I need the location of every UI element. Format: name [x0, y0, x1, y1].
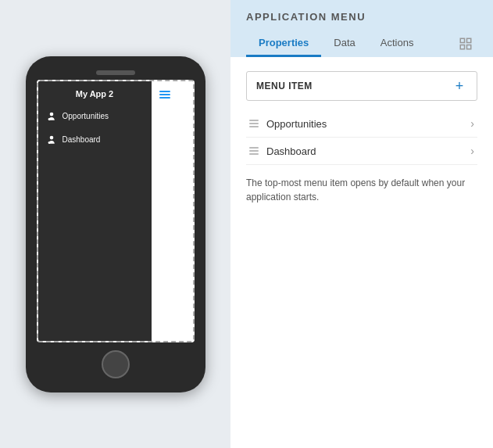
panel-icon-button[interactable] — [454, 33, 477, 55]
svg-rect-7 — [467, 45, 471, 49]
panel-body: MENU ITEM + Opportunities › Dashboard › … — [230, 57, 493, 448]
tab-data[interactable]: Data — [321, 30, 367, 57]
tab-properties[interactable]: Properties — [246, 30, 321, 57]
right-panel: APPLICATION MENU Properties Data Actions… — [230, 0, 493, 448]
phone-mockup-panel: My App 2 Opportunities Dashboar — [0, 0, 230, 448]
svg-point-3 — [48, 142, 50, 144]
drag-handle-0[interactable] — [249, 120, 259, 127]
menu-list-item-0[interactable]: Opportunities › — [246, 110, 477, 138]
svg-rect-4 — [460, 38, 464, 42]
phone-app-title: My App 2 — [38, 81, 152, 105]
menu-list-label-1: Dashboard — [266, 145, 470, 157]
phone-menu-item-1: Dashboard — [38, 128, 152, 152]
phone-speaker — [96, 70, 135, 75]
hint-text: The top-most menu item opens by default … — [246, 176, 477, 204]
panel-title: APPLICATION MENU — [246, 11, 477, 30]
tab-actions[interactable]: Actions — [368, 30, 427, 57]
person-icon-1 — [46, 134, 57, 145]
phone-menu-label-1: Dashboard — [63, 135, 101, 144]
add-menu-item-button[interactable]: + — [452, 78, 467, 94]
phone-content-area — [152, 81, 193, 341]
phone-sidebar: My App 2 Opportunities Dashboar — [38, 81, 152, 341]
svg-point-2 — [49, 135, 53, 139]
svg-rect-5 — [467, 38, 471, 42]
svg-point-1 — [48, 118, 50, 120]
menu-item-section-header: MENU ITEM + — [246, 71, 477, 101]
phone-screen: My App 2 Opportunities Dashboar — [37, 80, 195, 342]
phone-menu-label-0: Opportunities — [63, 112, 109, 120]
chevron-right-icon-1: › — [470, 145, 474, 157]
menu-list-label-0: Opportunities — [266, 118, 470, 130]
phone-device: My App 2 Opportunities Dashboar — [26, 56, 205, 392]
menu-item-list: Opportunities › Dashboard › — [246, 110, 477, 165]
menu-list-item-1[interactable]: Dashboard › — [246, 138, 477, 165]
svg-point-0 — [49, 112, 53, 116]
hamburger-icon[interactable] — [155, 86, 190, 103]
menu-item-section-label: MENU ITEM — [256, 81, 313, 91]
drag-handle-1[interactable] — [249, 147, 259, 155]
phone-menu-item-0: Opportunities — [38, 105, 152, 128]
person-icon-0 — [46, 111, 57, 122]
panel-tabs-row: Properties Data Actions — [246, 30, 477, 57]
chevron-right-icon-0: › — [470, 117, 474, 130]
svg-rect-6 — [460, 45, 464, 49]
panel-header: APPLICATION MENU Properties Data Actions — [230, 0, 493, 57]
phone-home-button[interactable] — [102, 350, 130, 378]
